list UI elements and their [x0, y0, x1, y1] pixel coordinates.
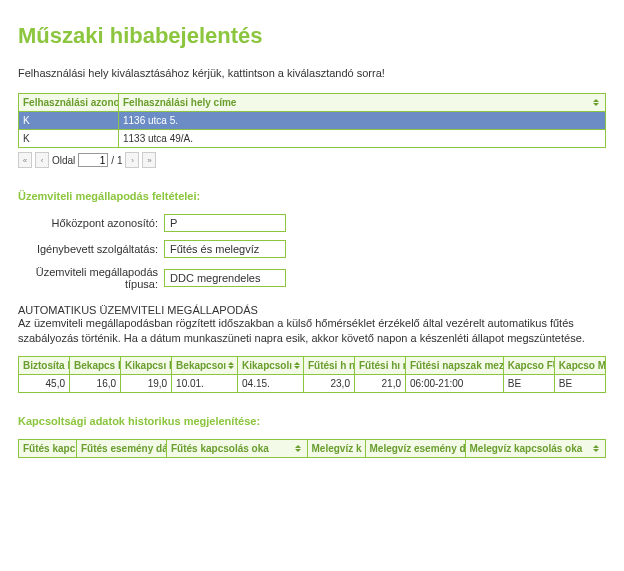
- sort-icon[interactable]: [593, 445, 601, 452]
- conditions-title: Üzemviteli megállapodás feltételei:: [18, 190, 606, 202]
- instruction-text: Felhasználási hely kiválasztásához kérjü…: [18, 67, 606, 79]
- col-label: Fűtés kapcsolás oka: [171, 443, 269, 454]
- col-label: Fűtési napszak mezők értéke: [410, 360, 503, 371]
- hokozpont-field[interactable]: P: [164, 214, 286, 232]
- col-label: Bekapcsoı: [176, 360, 226, 371]
- col-label: Felhasználási azonosítója: [23, 97, 119, 108]
- tipus-label: Üzemviteli megállapodás típusa:: [18, 266, 164, 290]
- table-row: 45,016,019,010.01.04.15.23,021,006:00-21…: [19, 374, 606, 392]
- cell: 04.15.: [238, 374, 304, 392]
- col-label: Kikapcsı hőmérs: [125, 360, 172, 371]
- auto-title: AUTOMATIKUS ÜZEMVITELI MEGÁLLAPODÁS: [18, 304, 606, 316]
- table-row[interactable]: K 1133 utca 49/A.: [19, 130, 606, 148]
- pager-label: Oldal: [52, 155, 75, 166]
- col-label: Fűtési hı napszak: [359, 360, 406, 371]
- col-label: Felhasználási hely címe: [123, 97, 236, 108]
- szolg-field[interactable]: Fűtés és melegvíz: [164, 240, 286, 258]
- sort-icon[interactable]: [294, 362, 300, 369]
- col-label: Fűtési h napszak: [308, 360, 355, 371]
- sort-icon[interactable]: [593, 99, 601, 106]
- pager-page-input[interactable]: [78, 153, 108, 167]
- col-header[interactable]: Bekapcs hőmérs: [70, 356, 121, 374]
- cell: 16,0: [70, 374, 121, 392]
- cell: 23,0: [303, 374, 354, 392]
- cell: BE: [503, 374, 554, 392]
- cell-addr: 1133 utca 49/A.: [119, 130, 606, 148]
- cell: 06:00-21:00: [406, 374, 504, 392]
- cell: 21,0: [354, 374, 405, 392]
- col-label: Kapcso FŰTÉS: [508, 360, 555, 371]
- cell-id: K: [19, 130, 119, 148]
- col-header[interactable]: Melegvíz esemény dátuma: [365, 439, 465, 457]
- col-label: Melegvíz k irány: [312, 443, 366, 454]
- col-header[interactable]: Melegvíz k irány: [307, 439, 365, 457]
- cell: 19,0: [121, 374, 172, 392]
- col-header[interactable]: Kapcso MELEG: [554, 356, 605, 374]
- col-header[interactable]: Kikapcsolı: [238, 356, 304, 374]
- col-header[interactable]: Bekapcsoı: [172, 356, 238, 374]
- cell-addr: 1136 utca 5.: [119, 112, 606, 130]
- col-label: Bekapcs hőmérs: [74, 360, 121, 371]
- col-label: Fűtés kapc irány: [23, 443, 77, 454]
- history-title: Kapcsoltsági adatok historikus megjelení…: [18, 415, 606, 427]
- table-row[interactable]: K 1136 utca 5.: [19, 112, 606, 130]
- pager-total: / 1: [111, 155, 122, 166]
- col-header[interactable]: Fűtési napszak mezők értéke: [406, 356, 504, 374]
- cell: 10.01.: [172, 374, 238, 392]
- history-table: Fűtés kapc irányFűtés esemény dátumaFűté…: [18, 439, 606, 458]
- col-header[interactable]: Fűtés kapcsolás oka: [167, 439, 308, 457]
- col-label: Kikapcsolı: [242, 360, 292, 371]
- pager-last-button[interactable]: »: [142, 152, 156, 168]
- col-header[interactable]: Fűtési hı napszak: [354, 356, 405, 374]
- sort-icon[interactable]: [295, 445, 303, 452]
- col-header[interactable]: Melegvíz kapcsolás oka: [465, 439, 606, 457]
- col-header[interactable]: Fűtési h napszak: [303, 356, 354, 374]
- page-title: Műszaki hibabejelentés: [18, 23, 606, 49]
- cell: BE: [554, 374, 605, 392]
- col-header[interactable]: Kapcso FŰTÉS: [503, 356, 554, 374]
- pager-first-button[interactable]: «: [18, 152, 32, 168]
- col-label: Melegvíz kapcsolás oka: [470, 443, 583, 454]
- pager-next-button[interactable]: ›: [125, 152, 139, 168]
- hokozpont-label: Hőközpont azonosító:: [18, 217, 164, 229]
- col-label: Kapcso MELEG: [559, 360, 606, 371]
- col-header-addr[interactable]: Felhasználási hely címe: [119, 94, 606, 112]
- col-header[interactable]: Fűtés esemény dátuma: [77, 439, 167, 457]
- col-label: Fűtés esemény dátuma: [81, 443, 167, 454]
- col-header[interactable]: Biztosíta hőmérs: [19, 356, 70, 374]
- szolg-label: Igénybevett szolgáltatás:: [18, 243, 164, 255]
- col-header[interactable]: Fűtés kapc irány: [19, 439, 77, 457]
- locations-table: Felhasználási azonosítója Felhasználási …: [18, 93, 606, 148]
- col-header[interactable]: Kikapcsı hőmérs: [121, 356, 172, 374]
- params-table: Biztosíta hőmérsBekapcs hőmérsKikapcsı h…: [18, 356, 606, 393]
- pager-prev-button[interactable]: ‹: [35, 152, 49, 168]
- col-label: Biztosíta hőmérs: [23, 360, 70, 371]
- col-header-id[interactable]: Felhasználási azonosítója: [19, 94, 119, 112]
- auto-desc: Az üzemviteli megállapodásban rögzített …: [18, 316, 606, 346]
- col-label: Melegvíz esemény dátuma: [370, 443, 466, 454]
- pager: « ‹ Oldal / 1 › »: [18, 152, 606, 168]
- sort-icon[interactable]: [228, 362, 234, 369]
- cell-id: K: [19, 112, 119, 130]
- tipus-field[interactable]: DDC megrendeles: [164, 269, 286, 287]
- cell: 45,0: [19, 374, 70, 392]
